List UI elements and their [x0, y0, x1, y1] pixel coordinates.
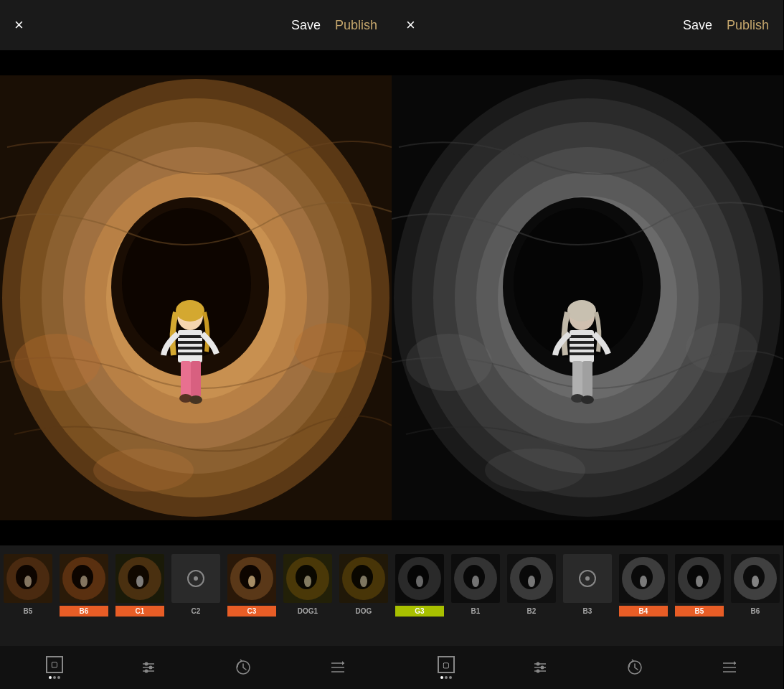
left-save-button[interactable]: Save: [291, 18, 321, 33]
svg-rect-18: [178, 352, 202, 355]
right-header-actions: Save Publish: [683, 18, 769, 33]
svg-rect-15: [178, 335, 202, 338]
filter-label-B5-right: B5: [675, 606, 724, 617]
filter-item-B1-right[interactable]: B1: [448, 554, 504, 617]
svg-point-22: [189, 395, 202, 404]
svg-point-13: [176, 300, 204, 322]
right-save-button[interactable]: Save: [683, 18, 712, 33]
right-photo: [392, 50, 783, 545]
svg-point-52: [144, 670, 148, 673]
svg-point-38: [248, 576, 255, 587]
right-bottom-toolbar: ▢: [392, 646, 783, 689]
right-header: × Save Publish: [392, 0, 783, 50]
filter-item-C1-left[interactable]: C1: [112, 554, 168, 617]
left-panel: × Save Publish: [0, 0, 392, 689]
filter-thumb-C1-left: [115, 554, 164, 603]
left-history-button[interactable]: [234, 658, 252, 677]
filter-thumb-B5-right: [675, 554, 724, 603]
svg-point-51: [148, 666, 152, 670]
left-filter-scroll[interactable]: B5 B6 C1: [0, 545, 392, 624]
history-icon-left: [234, 658, 252, 677]
filter-label-B6-left: B6: [60, 606, 108, 617]
filter-item-B3-right[interactable]: B3: [559, 554, 615, 617]
photos-dots-left: [49, 676, 60, 679]
svg-point-69: [485, 449, 585, 492]
svg-marker-115: [734, 661, 736, 665]
right-filter-scroll[interactable]: G3 B1 B2: [392, 545, 783, 624]
svg-point-80: [581, 395, 594, 404]
left-publish-button[interactable]: Publish: [335, 18, 377, 33]
presets-icon-right: [721, 659, 738, 676]
svg-point-96: [640, 576, 647, 587]
filter-thumb-DOG2-left: [339, 554, 388, 603]
left-image-area: [0, 50, 392, 545]
left-photo: [0, 50, 392, 545]
filter-thumb-G3-right: [395, 554, 444, 603]
filter-item-G3-right[interactable]: G3: [392, 554, 448, 617]
filter-label-G3-right: G3: [395, 606, 444, 617]
presets-icon-left: [329, 659, 346, 676]
filter-item-DOG2-left[interactable]: DOG: [336, 554, 392, 617]
filter-label-DOG1-left: DOG1: [283, 606, 332, 617]
svg-point-30: [80, 576, 88, 587]
right-presets-button[interactable]: [721, 659, 738, 676]
svg-rect-76: [570, 352, 594, 355]
svg-rect-77: [572, 361, 582, 397]
right-publish-button[interactable]: Publish: [727, 18, 769, 33]
svg-point-50: [144, 662, 148, 666]
svg-rect-78: [582, 361, 592, 397]
right-image-area: [392, 50, 783, 545]
svg-rect-17: [178, 347, 202, 350]
svg-point-88: [472, 576, 479, 587]
dot-2-right: [445, 676, 448, 679]
left-header: × Save Publish: [0, 0, 392, 50]
filter-item-C3-left[interactable]: C3: [224, 554, 280, 617]
filter-item-B2-right[interactable]: B2: [504, 554, 559, 617]
right-filter-strip: G3 B1 B2: [392, 545, 783, 646]
filter-label-C2-left: C2: [171, 606, 220, 617]
right-adjust-button[interactable]: [532, 659, 549, 676]
right-history-button[interactable]: [625, 658, 644, 677]
filter-label-DOG2-left: DOG: [339, 606, 388, 617]
right-close-button[interactable]: ×: [406, 17, 415, 33]
filter-label-B1-right: B1: [451, 606, 500, 617]
dot-2-left: [53, 676, 56, 679]
filter-item-B4-right[interactable]: B4: [615, 554, 671, 617]
filter-thumb-B5-left: [4, 554, 52, 603]
dot-3-left: [57, 676, 60, 679]
filter-thumb-C3-left: [227, 554, 276, 603]
svg-point-26: [24, 576, 32, 587]
left-presets-button[interactable]: [329, 659, 346, 676]
photos-icon-right: ▢: [438, 656, 455, 673]
left-header-actions: Save Publish: [291, 18, 377, 33]
filter-item-B6-right[interactable]: B6: [727, 554, 783, 617]
svg-point-10: [294, 323, 366, 373]
left-photos-button[interactable]: ▢: [46, 656, 63, 679]
filter-item-B5-right[interactable]: B5: [671, 554, 727, 617]
selector-dot-icon: [194, 576, 198, 581]
dot-1-left: [49, 676, 52, 679]
filter-thumb-B1-right: [451, 554, 500, 603]
filter-item-DOG1-left[interactable]: DOG1: [280, 554, 336, 617]
filter-item-B6-left[interactable]: B6: [56, 554, 112, 617]
svg-point-100: [696, 576, 703, 587]
svg-point-42: [304, 576, 311, 587]
filter-item-C2-left[interactable]: C2: [168, 554, 224, 617]
selector-dot-icon-right: [585, 576, 590, 581]
filter-thumb-DOG1-left: [283, 554, 332, 603]
svg-point-11: [93, 449, 194, 492]
filter-label-B5-left: B5: [4, 606, 52, 617]
left-close-button[interactable]: ×: [14, 17, 24, 33]
svg-point-67: [406, 334, 492, 391]
left-adjust-button[interactable]: [140, 659, 157, 676]
selector-circle-icon: [187, 570, 204, 587]
filter-item-B5-left[interactable]: B5: [0, 554, 56, 617]
left-filter-strip: B5 B6 C1: [0, 545, 392, 646]
svg-point-34: [136, 576, 143, 587]
filter-label-B3-right: B3: [563, 606, 612, 617]
svg-point-109: [540, 666, 544, 670]
right-photos-button[interactable]: ▢: [438, 656, 455, 679]
filter-thumb-B6-right: [731, 554, 780, 603]
filter-label-C3-left: C3: [227, 606, 276, 617]
photos-icon-left: ▢: [46, 656, 63, 673]
